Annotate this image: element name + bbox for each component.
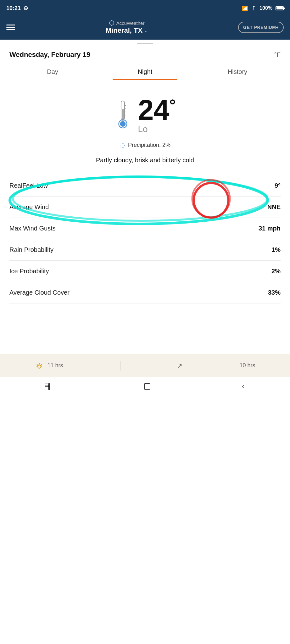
signal-icon: ⭡	[251, 5, 256, 11]
ice-probability-row: Ice Probability 2%	[9, 261, 281, 282]
spacer	[0, 303, 290, 341]
ice-probability-value: 2%	[271, 268, 281, 275]
raindrop-icon: ◌	[120, 141, 125, 149]
svg-line-19	[37, 364, 37, 365]
moon-hours-text: 10 hrs	[239, 362, 255, 369]
battery-icon	[276, 6, 284, 10]
arrow-icon: ↗	[177, 362, 182, 369]
temperature-unit: °F	[274, 51, 281, 58]
realfeel-low-label: RealFeel Low	[9, 182, 48, 189]
ice-probability-label: Ice Probability	[9, 268, 49, 275]
bottom-bar: 11 hrs ↗ 10 hrs	[0, 354, 290, 377]
tab-history[interactable]: History	[191, 64, 284, 80]
tab-night[interactable]: Night	[99, 64, 191, 80]
date-display: Wednesday, February 19	[9, 51, 90, 59]
precipitation-text: Precipitation: 2%	[128, 142, 170, 148]
sun-svg	[35, 360, 44, 369]
menu-button[interactable]	[6, 25, 15, 30]
recents-button[interactable]: |||	[48, 383, 50, 390]
svg-rect-6	[122, 109, 124, 121]
average-wind-row: Average Wind NNE	[9, 197, 281, 218]
max-wind-gusts-row: Max Wind Gusts 31 mph	[9, 218, 281, 239]
average-cloud-cover-value: 33%	[268, 289, 281, 296]
drag-handle	[137, 43, 153, 44]
date-header: Wednesday, February 19 °F	[0, 47, 290, 64]
app-name-label: AccuWeather	[116, 20, 145, 26]
accuweather-logo: AccuWeather	[109, 20, 145, 26]
svg-point-8	[120, 121, 126, 127]
sun-hours-text: 11 hrs	[47, 362, 63, 369]
status-indicators: 📶 ⭡ 100%	[242, 5, 284, 11]
detail-rows: RealFeel Low 9° Average Wind NNE Max Win…	[9, 175, 281, 303]
nav-bar: AccuWeather Mineral, TX ⌄ GET PREMIUM+	[0, 16, 290, 40]
battery-percent: 100%	[259, 5, 272, 11]
svg-line-20	[41, 364, 42, 365]
status-bar: 10:21 ⊖ 📶 ⭡ 100%	[0, 0, 290, 16]
do-not-disturb-icon: ⊖	[23, 5, 28, 12]
home-button[interactable]	[144, 383, 150, 390]
wifi-icon: 📶	[242, 5, 248, 11]
average-wind-label: Average Wind	[9, 203, 49, 211]
sheet-handle	[0, 40, 290, 47]
sun-icon	[35, 360, 44, 371]
back-button[interactable]: ‹	[242, 382, 244, 391]
max-wind-gusts-label: Max Wind Gusts	[9, 225, 56, 232]
nav-center: AccuWeather Mineral, TX ⌄	[106, 20, 148, 35]
accuweather-logo-icon	[109, 20, 114, 26]
location-text: Mineral, TX	[106, 26, 142, 35]
precipitation-row: ◌ Precipitation: 2%	[9, 139, 281, 154]
rain-probability-label: Rain Probability	[9, 246, 53, 253]
tab-day[interactable]: Day	[6, 64, 99, 80]
rain-probability-value: 1%	[271, 246, 281, 253]
temperature-value-area: 24 ° Lo	[138, 96, 176, 134]
android-nav: ||| ‹	[0, 377, 290, 396]
realfeel-low-row: RealFeel Low 9°	[9, 175, 281, 197]
weather-description: Partly cloudy, brisk and bitterly cold	[9, 154, 281, 172]
day-tabs: Day Night History	[0, 64, 290, 80]
average-wind-value: NNE	[267, 203, 281, 211]
wind-item: ↗	[177, 362, 182, 369]
moon-hours-item: 10 hrs	[239, 362, 255, 369]
max-wind-gusts-value: 31 mph	[259, 225, 281, 232]
chevron-down-icon: ⌄	[144, 28, 148, 33]
location-selector[interactable]: Mineral, TX ⌄	[106, 26, 148, 35]
main-content: 24 ° Lo ◌ Precipitation: 2% Partly cloud…	[0, 80, 290, 303]
status-time-area: 10:21 ⊖	[6, 5, 28, 12]
degree-symbol: °	[170, 96, 176, 114]
rain-probability-row: Rain Probability 1%	[9, 239, 281, 261]
average-cloud-cover-row: Average Cloud Cover 33%	[9, 282, 281, 303]
realfeel-low-value: 9°	[275, 182, 281, 189]
temperature-number: 24	[138, 96, 169, 124]
bottom-divider	[120, 361, 120, 370]
average-cloud-cover-label: Average Cloud Cover	[9, 289, 70, 296]
premium-button[interactable]: GET PREMIUM+	[238, 22, 284, 33]
time-display: 10:21	[6, 5, 21, 12]
sun-hours-item: 11 hrs	[35, 360, 63, 371]
svg-point-0	[109, 21, 114, 25]
temperature-type-label: Lo	[138, 124, 148, 134]
thermometer-icon	[114, 99, 131, 131]
svg-point-17	[38, 365, 41, 368]
temperature-display: 24 ° Lo	[9, 90, 281, 139]
